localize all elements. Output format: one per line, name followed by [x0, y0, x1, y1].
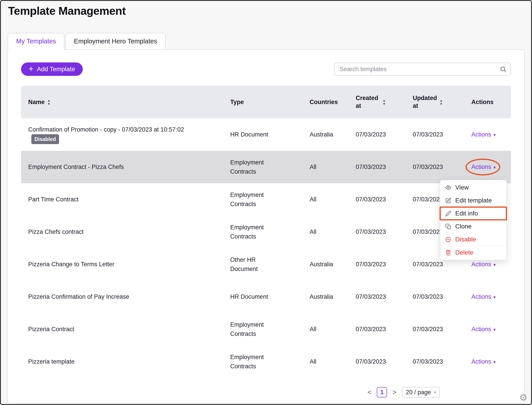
plus-icon: + — [29, 65, 33, 73]
created-at-value: 07/03/2023 — [356, 292, 413, 301]
template-name: Pizzeria template — [28, 358, 74, 365]
template-type: Employment Contracts — [230, 353, 310, 371]
template-countries: All — [310, 227, 356, 236]
row-actions-dropdown[interactable]: Actions ▾ — [471, 292, 496, 301]
column-header-actions: Actions — [471, 99, 493, 106]
template-countries: Australia — [310, 130, 356, 139]
disable-icon — [445, 236, 451, 243]
prev-page-button[interactable]: < — [367, 388, 372, 396]
menu-item-delete[interactable]: Delete — [440, 246, 506, 259]
updated-at-value: 07/03/2023 — [413, 357, 471, 366]
toolbar: + Add Template — [21, 62, 511, 76]
add-template-label: Add Template — [37, 66, 75, 73]
table-row: Part Time Contract Employment Contracts … — [21, 183, 511, 216]
row-actions-label: Actions — [471, 325, 491, 334]
page-size-label: 20 / page — [406, 389, 431, 396]
row-actions-dropdown[interactable]: Actions ▾ — [471, 162, 496, 172]
created-at-value: 07/03/2023 — [356, 162, 413, 172]
edit-template-icon — [445, 198, 451, 204]
menu-item-label: Disable — [455, 236, 476, 243]
tab-my-templates[interactable]: My Templates — [8, 33, 64, 50]
next-page-button[interactable]: > — [391, 388, 397, 396]
table-row: Pizzeria Contract Employment Contracts A… — [21, 313, 511, 345]
row-actions-dropdown[interactable]: Actions ▾ — [471, 260, 496, 269]
table-body: Confirmation of Promotion - copy - 07/03… — [21, 118, 511, 378]
template-name: Confirmation of Promotion - copy - 07/03… — [28, 126, 184, 133]
table-row: Pizzeria Change to Terms Letter Other HR… — [21, 248, 511, 281]
search-icon — [500, 66, 506, 73]
row-actions-label: Actions — [471, 357, 491, 366]
disabled-badge: Disabled — [31, 134, 59, 144]
column-header-created-at[interactable]: Created at — [356, 94, 380, 110]
sort-icon-created-at[interactable]: ▲ ▼ — [383, 99, 386, 105]
menu-item-edit-info[interactable]: Edit info — [440, 207, 506, 220]
table-row: Employment Contract - Pizza Chefs Employ… — [21, 151, 511, 183]
menu-item-label: Delete — [455, 249, 473, 256]
template-name: Pizzeria Confirmation of Pay Increase — [28, 293, 129, 300]
template-type: Other HR Document — [230, 255, 310, 273]
current-page[interactable]: 1 — [377, 387, 387, 397]
table-row: Pizzeria Confirmation of Pay Increase HR… — [21, 281, 511, 313]
tab-employment-hero-templates[interactable]: Employment Hero Templates — [65, 33, 166, 50]
menu-item-view[interactable]: View — [440, 181, 506, 194]
actions-menu: ViewEdit templateEdit infoCloneDisableDe… — [440, 180, 506, 260]
template-name: Part Time Contract — [28, 196, 79, 203]
template-type: Employment Contracts — [230, 223, 310, 241]
menu-item-label: Edit info — [455, 210, 478, 217]
table-header: Name ▲ ▼ Type Countries Created at ▲ ▼ — [21, 86, 511, 118]
row-actions-dropdown[interactable]: Actions ▾ — [471, 130, 496, 139]
search-input[interactable] — [334, 63, 511, 76]
column-header-countries: Countries — [310, 99, 338, 106]
chevron-down-icon: ▾ — [493, 164, 496, 171]
template-name: Pizza Chefs contract — [28, 229, 84, 235]
sort-icon-name[interactable]: ▲ ▼ — [47, 99, 51, 105]
row-actions-label: Actions — [471, 130, 491, 139]
row-actions-dropdown[interactable]: Actions ▾ — [471, 357, 496, 366]
chevron-down-icon: ▾ — [493, 359, 496, 365]
template-countries: All — [310, 357, 356, 366]
column-header-updated-at[interactable]: Updated at — [413, 94, 437, 110]
template-type: Employment Contracts — [230, 158, 310, 176]
template-countries: All — [310, 195, 356, 204]
created-at-value: 07/03/2023 — [356, 260, 413, 269]
menu-item-label: Edit template — [455, 197, 492, 204]
settings-gear-icon[interactable]: ⚙ — [519, 393, 527, 402]
created-at-value: 07/03/2023 — [356, 130, 413, 139]
updated-at-value: 07/03/2023 — [413, 162, 471, 172]
created-at-value: 07/03/2023 — [356, 195, 413, 204]
table-row: Pizzeria template Employment Contracts A… — [21, 345, 511, 378]
template-countries: Australia — [310, 292, 356, 301]
created-at-value: 07/03/2023 — [356, 227, 413, 236]
template-management-page: Template Management My Templates Employm… — [0, 0, 532, 405]
updated-at-value: 07/03/2023 — [413, 260, 471, 269]
menu-item-clone[interactable]: Clone — [440, 220, 506, 233]
template-name: Pizzeria Change to Terms Letter — [28, 261, 114, 268]
tab-bar: My Templates Employment Hero Templates — [1, 33, 531, 50]
template-name: Pizzeria Contract — [28, 326, 74, 332]
template-type: Employment Contracts — [230, 320, 310, 338]
page-size-select[interactable]: 20 / page ▾ — [402, 387, 440, 398]
pagination: < 1 > 20 / page ▾ — [21, 387, 511, 398]
row-actions-label: Actions — [471, 260, 491, 269]
row-actions-dropdown[interactable]: Actions ▾ — [471, 325, 496, 334]
eye-icon — [445, 185, 451, 191]
trash-icon — [445, 250, 451, 256]
page-title: Template Management — [8, 5, 531, 17]
template-type: Employment Contracts — [230, 190, 310, 209]
clone-icon — [445, 223, 451, 230]
column-header-name[interactable]: Name — [28, 99, 45, 106]
chevron-down-icon: ▾ — [493, 294, 496, 301]
template-name: Employment Contract - Pizza Chefs — [28, 163, 124, 170]
column-header-type: Type — [230, 99, 244, 106]
menu-item-label: Clone — [455, 223, 471, 230]
chevron-down-icon: ▾ — [493, 261, 496, 268]
sort-icon-updated-at[interactable]: ▲ ▼ — [440, 99, 443, 105]
add-template-button[interactable]: + Add Template — [21, 62, 83, 76]
chevron-down-icon: ▾ — [493, 326, 496, 333]
updated-at-value: 07/03/2023 — [413, 130, 471, 139]
search-box — [334, 63, 511, 76]
created-at-value: 07/03/2023 — [356, 357, 413, 366]
template-countries: All — [310, 325, 356, 334]
menu-item-edit-template[interactable]: Edit template — [440, 194, 506, 207]
menu-item-disable[interactable]: Disable — [440, 233, 506, 246]
